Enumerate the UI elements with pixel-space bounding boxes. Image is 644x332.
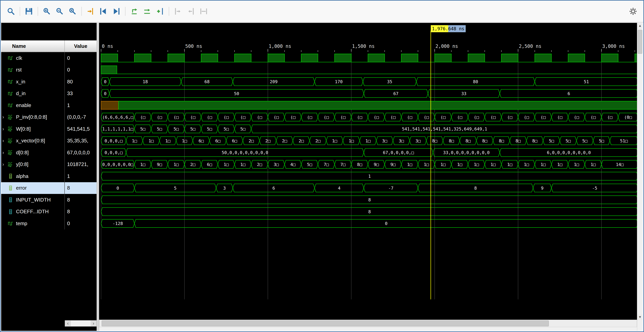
svg-text:1□: 1□	[590, 162, 596, 167]
signal-name-cell[interactable]: x_in	[1, 76, 65, 88]
svg-text:(□: (□	[257, 115, 262, 120]
svg-text:(□: (□	[390, 115, 396, 120]
signal-type-icon	[8, 55, 15, 61]
settings-gear-icon[interactable]	[628, 6, 638, 17]
signal-row-INPUT_WIDTH[interactable]: INPUT_WIDTH8	[1, 194, 96, 206]
signal-value: 80	[65, 79, 96, 85]
signal-row-W08[interactable]: ›W[0:8]541,541,5	[1, 123, 96, 135]
signal-row-d08[interactable]: ›d[0:8]67,0,0,0,0	[1, 147, 96, 159]
mini-scrollbar[interactable]: ‹ ›	[65, 320, 96, 326]
svg-text:(□: (□	[290, 115, 296, 120]
save-icon[interactable]	[24, 6, 34, 17]
signal-name-cell[interactable]: d_in	[1, 88, 65, 100]
waveform-h-scrollbar[interactable]	[99, 320, 637, 327]
signal-row-d_in[interactable]: d_in33	[1, 88, 96, 100]
signal-name-cell[interactable]: clk	[1, 52, 65, 64]
svg-text:9□: 9□	[390, 162, 396, 167]
panel-splitter[interactable]	[96, 23, 99, 331]
signal-row-rst[interactable]: rst0	[1, 64, 96, 76]
move-left-disabled-icon	[172, 6, 184, 17]
expand-arrow-icon[interactable]: ›	[1, 138, 8, 144]
waveform-canvas[interactable]: 0 ns500 ns1,000 ns1,500 ns2,000 ns2,500 …	[99, 23, 637, 317]
scroll-up-icon[interactable]: ▲	[637, 23, 643, 29]
svg-text:5□: 5□	[190, 127, 196, 131]
signal-row-y08[interactable]: ›y[0:8]1018721,	[1, 159, 96, 170]
signal-name-cell[interactable]: ›y[0:8]	[1, 159, 65, 170]
svg-text:0: 0	[385, 221, 388, 226]
svg-text:(□: (□	[140, 115, 146, 120]
signal-name-cell[interactable]: INPUT_WIDTH	[1, 194, 65, 206]
relaunch-icon[interactable]	[142, 6, 152, 17]
signal-name-cell[interactable]: error	[1, 182, 65, 194]
svg-text:4: 4	[338, 186, 340, 191]
svg-text:(□: (□	[174, 115, 179, 120]
span-disabled-icon	[198, 6, 209, 17]
svg-text:6□: 6□	[207, 162, 212, 167]
svg-text:1□: 1□	[457, 162, 462, 167]
signal-type-icon	[8, 162, 15, 167]
expand-arrow-icon[interactable]: ›	[1, 114, 8, 120]
name-column-header[interactable]: Name	[1, 41, 65, 52]
signal-value: 0	[65, 55, 96, 61]
signal-name-cell[interactable]: rst	[1, 64, 65, 76]
svg-text:1□: 1□	[474, 162, 479, 167]
svg-text:5□: 5□	[549, 138, 554, 143]
svg-text:0,0,0,0,0,0□: 0,0,0,0,0,0□	[102, 162, 134, 167]
h-scroll-thumb[interactable]	[102, 320, 549, 326]
go-to-time-icon[interactable]	[85, 6, 96, 17]
expand-arrow-icon[interactable]: ›	[1, 126, 8, 132]
signal-row-error[interactable]: error8	[1, 182, 96, 194]
signal-name-cell[interactable]: ›P_inv[0:8,0:8]	[1, 111, 65, 123]
signal-row-x_vector08[interactable]: ›x_vector[0:8]35,35,35,	[1, 135, 96, 147]
signal-name-cell[interactable]: COEFF...IDTH	[1, 206, 65, 218]
svg-text:9□: 9□	[374, 162, 379, 167]
swap-cursors-icon[interactable]	[129, 6, 140, 17]
prev-transition-icon[interactable]	[98, 6, 109, 17]
svg-text:1□: 1□	[332, 138, 337, 143]
svg-text:1□: 1□	[440, 162, 446, 167]
svg-text:8□: 8□	[532, 138, 538, 143]
zoom-out-icon[interactable]	[54, 6, 65, 17]
zoom-fit-icon[interactable]	[67, 6, 78, 17]
signal-row-clk[interactable]: clk0	[1, 52, 96, 64]
signal-row-enable[interactable]: enable1	[1, 99, 96, 111]
svg-text:0: 0	[104, 91, 106, 96]
svg-text:1□: 1□	[349, 138, 354, 143]
signal-name-cell[interactable]: ›W[0:8]	[1, 123, 65, 135]
toolbar-separator	[125, 7, 126, 16]
signal-value: 1018721,	[65, 161, 96, 167]
svg-text:1: 1	[368, 174, 371, 179]
svg-text:2,500 ns: 2,500 ns	[519, 44, 542, 49]
expand-arrow-icon[interactable]: ›	[1, 161, 8, 167]
signal-name-cell[interactable]: enable	[1, 99, 65, 111]
signals-panel: Name Value clk0rst0x_in80d_in33enable1›P…	[1, 23, 96, 331]
signal-name: P_inv[0:8,0:8]	[16, 114, 47, 120]
next-transition-icon[interactable]	[111, 6, 122, 17]
signal-name-cell[interactable]: alpha	[1, 170, 65, 182]
scroll-down-icon[interactable]: ▼	[637, 314, 643, 320]
scroll-right-icon[interactable]: ›	[90, 320, 96, 326]
value-column-header[interactable]: Value	[65, 41, 96, 52]
signal-row-temp[interactable]: temp0	[1, 218, 96, 229]
zoom-in-icon[interactable]	[41, 6, 52, 17]
signal-value: 8	[65, 209, 96, 215]
v-scroll-thumb[interactable]	[638, 30, 642, 54]
signal-name: clk	[16, 55, 22, 61]
signal-row-P_inv0808[interactable]: ›P_inv[0:8,0:8](0,0,0,-7	[1, 111, 96, 123]
expand-arrow-icon[interactable]: ›	[1, 150, 8, 156]
svg-text:0 ns: 0 ns	[102, 44, 113, 49]
signal-row-alpha[interactable]: alpha1	[1, 170, 96, 182]
svg-text:1□: 1□	[240, 162, 246, 167]
signal-row-COEFFIDTH[interactable]: COEFF...IDTH8	[1, 206, 96, 218]
signal-name-cell[interactable]: temp	[1, 218, 65, 229]
signal-value: 0	[65, 67, 96, 73]
signal-row-x_in[interactable]: x_in80	[1, 76, 96, 88]
waveform-v-scrollbar[interactable]: ▲ ▼	[637, 23, 643, 331]
signal-name-cell[interactable]: ›d[0:8]	[1, 147, 65, 159]
add-cursor-icon[interactable]	[154, 6, 166, 17]
scroll-left-icon[interactable]: ‹	[65, 320, 71, 326]
mini-scroll-track[interactable]	[71, 320, 90, 326]
signal-name-cell[interactable]: ›x_vector[0:8]	[1, 135, 65, 147]
search-icon[interactable]	[6, 6, 16, 17]
svg-text:7□: 7□	[324, 162, 329, 167]
